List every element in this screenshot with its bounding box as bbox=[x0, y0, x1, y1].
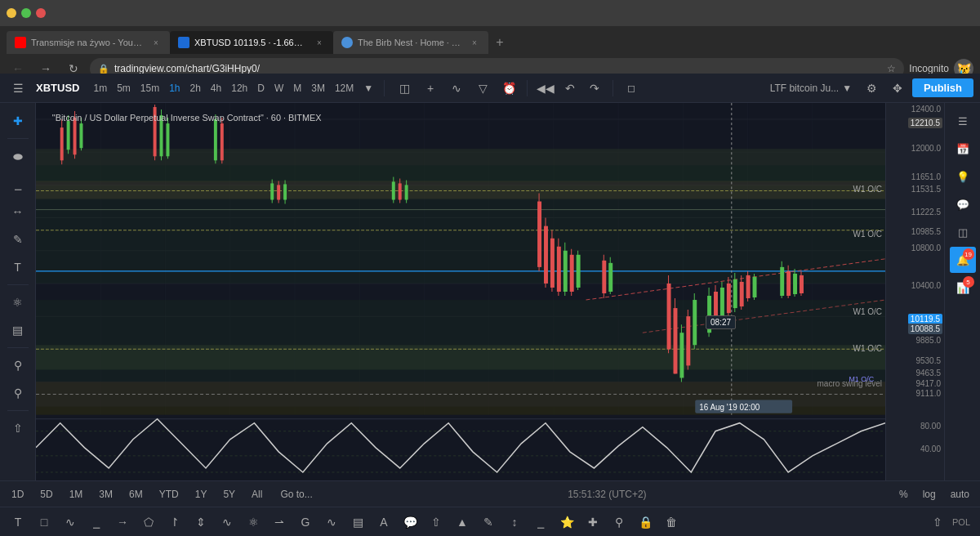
tf-4h[interactable]: 4h bbox=[207, 81, 225, 96]
fullscreen-icon[interactable]: ✥ bbox=[886, 77, 909, 100]
poly-draw-icon[interactable]: ⬠ bbox=[137, 511, 160, 534]
data-window-icon[interactable]: ◫ bbox=[950, 219, 976, 245]
tf-12m[interactable]: 12M bbox=[331, 81, 358, 96]
gann-draw-icon[interactable]: G bbox=[294, 511, 317, 534]
alert-icon[interactable]: 🔔 19 bbox=[950, 247, 976, 273]
tab-birb[interactable]: The Birb Nest · Home · The Birb... × bbox=[333, 31, 488, 54]
up-arrow-draw-icon[interactable]: ⇧ bbox=[425, 511, 448, 534]
watchlist-icon[interactable]: ☰ bbox=[950, 108, 976, 134]
symbol-label[interactable]: XBTUSD bbox=[36, 82, 79, 94]
settings-icon[interactable]: ⚙ bbox=[860, 77, 883, 100]
fib2-draw-icon[interactable]: ⚛ bbox=[242, 511, 265, 534]
tf-ytd-btn[interactable]: YTD bbox=[154, 487, 184, 502]
channel-draw-icon[interactable]: ⇕ bbox=[189, 511, 212, 534]
pattern-icon[interactable]: ▤ bbox=[5, 317, 31, 343]
bookmark-star-icon[interactable]: ☆ bbox=[887, 63, 896, 74]
line-draw-icon[interactable]: ⎯ bbox=[85, 511, 108, 534]
tf-5y-btn[interactable]: 5Y bbox=[218, 487, 240, 502]
tf-6m-btn[interactable]: 6M bbox=[124, 487, 148, 502]
expand-icon[interactable]: ⇧ bbox=[926, 511, 949, 534]
xabcd-draw-icon[interactable]: ▲ bbox=[451, 511, 474, 534]
ideas-icon[interactable]: 💡 bbox=[950, 163, 976, 190]
percent-btn[interactable]: % bbox=[895, 487, 912, 502]
bar-chart-icon[interactable]: ◫ bbox=[393, 77, 416, 100]
tf-3m[interactable]: 3M bbox=[307, 81, 329, 96]
ltf-dropdown[interactable]: LTF bitcoin Ju... ▼ bbox=[765, 81, 857, 96]
hamburger-menu[interactable]: ☰ bbox=[7, 77, 29, 100]
fib-icon[interactable]: ⚛ bbox=[5, 289, 31, 315]
line-tool-icon[interactable]: ⎯ bbox=[5, 171, 31, 197]
rect-draw-icon[interactable]: □ bbox=[33, 511, 56, 534]
tf-5m[interactable]: 5m bbox=[113, 81, 135, 96]
tf-1y-btn[interactable]: 1Y bbox=[190, 487, 212, 502]
label-draw-icon[interactable]: A bbox=[372, 511, 395, 534]
tf-m[interactable]: M bbox=[289, 81, 305, 96]
new-tab-button[interactable]: + bbox=[488, 31, 511, 54]
replay-icon[interactable]: ◀◀ bbox=[534, 77, 557, 100]
ray-draw-icon[interactable]: → bbox=[111, 511, 134, 534]
chart-area[interactable]: "Bitcoin / US Dollar Perpetual Inverse S… bbox=[36, 103, 944, 480]
alerts-icon[interactable]: ⏰ bbox=[497, 77, 520, 100]
cursor2-icon[interactable]: ⭐ bbox=[555, 511, 578, 534]
compare-icon[interactable]: ∿ bbox=[445, 77, 468, 100]
magnet2-icon[interactable]: ⚲ bbox=[608, 511, 630, 534]
tab-birb-close[interactable]: × bbox=[469, 37, 480, 48]
auto-btn[interactable]: auto bbox=[947, 487, 973, 502]
horizontal-line-icon[interactable]: ↔ bbox=[5, 199, 31, 225]
tf-expand[interactable]: ▼ bbox=[359, 81, 377, 96]
magnet-icon[interactable]: ⚲ bbox=[5, 380, 31, 406]
calendar-icon[interactable]: 📅 bbox=[950, 136, 976, 162]
hotlist-icon[interactable]: 📊 5 bbox=[950, 275, 976, 301]
zoom-in-icon[interactable]: ⚲ bbox=[5, 352, 31, 378]
minimize-button[interactable] bbox=[7, 8, 16, 18]
curve-draw-icon[interactable]: ∿ bbox=[59, 511, 82, 534]
text-tool-icon[interactable]: T bbox=[5, 254, 31, 280]
youtube-favicon bbox=[15, 37, 26, 48]
price-range-icon[interactable]: ↕ bbox=[503, 511, 526, 534]
tf-3m-btn[interactable]: 3M bbox=[94, 487, 118, 502]
tf-12h[interactable]: 12h bbox=[227, 81, 252, 96]
tab-tv-close[interactable]: × bbox=[314, 37, 325, 48]
tf-1m-btn[interactable]: 1M bbox=[65, 487, 88, 502]
tab-tradingview[interactable]: XBTUSD 10119.5 · -1.66% LTF b... × bbox=[170, 31, 333, 54]
lock-draw-icon[interactable]: 🔒 bbox=[634, 511, 657, 534]
close-button[interactable] bbox=[36, 8, 46, 18]
arc-draw-icon[interactable]: ↾ bbox=[163, 511, 186, 534]
tf-15m[interactable]: 15m bbox=[136, 81, 163, 96]
tf-w[interactable]: W bbox=[270, 81, 287, 96]
wave-draw-icon[interactable]: ∿ bbox=[216, 511, 238, 534]
maximize-button[interactable] bbox=[21, 8, 31, 18]
balloon-draw-icon[interactable]: 💬 bbox=[399, 511, 421, 534]
tf-all-btn[interactable]: All bbox=[247, 487, 267, 502]
tf-1m[interactable]: 1m bbox=[89, 81, 111, 96]
log-btn[interactable]: log bbox=[919, 487, 940, 502]
publish-button[interactable]: Publish bbox=[912, 78, 973, 97]
undo-icon[interactable]: ↶ bbox=[559, 77, 581, 100]
indicators-icon[interactable]: ▽ bbox=[471, 77, 494, 100]
fork-draw-icon[interactable]: ⇀ bbox=[268, 511, 291, 534]
crosshair2-icon[interactable]: ✚ bbox=[581, 511, 604, 534]
tab-youtube-close[interactable]: × bbox=[150, 37, 162, 48]
crosshair-icon[interactable]: ⬬ bbox=[5, 143, 31, 169]
chat-icon[interactable]: 💬 bbox=[950, 191, 976, 217]
elwave-draw-icon[interactable]: ∿ bbox=[320, 511, 343, 534]
pattern2-draw-icon[interactable]: ▤ bbox=[346, 511, 369, 534]
add-indicator-icon[interactable]: + bbox=[419, 77, 442, 100]
tf-5d-btn[interactable]: 5D bbox=[35, 487, 57, 502]
tab-youtube[interactable]: Transmisje na żywo - YouTube St... × bbox=[7, 31, 170, 54]
cursor-icon[interactable]: ✚ bbox=[5, 108, 31, 134]
tf-2h[interactable]: 2h bbox=[186, 81, 205, 96]
chart-type-icon[interactable]: ◻ bbox=[620, 77, 643, 100]
trash-icon[interactable]: 🗑 bbox=[660, 511, 683, 534]
text-draw-icon[interactable]: T bbox=[7, 511, 29, 534]
ruler-icon[interactable]: ⎯ bbox=[529, 511, 552, 534]
goto-button[interactable]: Go to... bbox=[274, 487, 318, 502]
pencil-icon[interactable]: ✎ bbox=[5, 226, 31, 252]
hotlist-badge: 5 bbox=[963, 276, 974, 288]
redo-icon[interactable]: ↷ bbox=[583, 77, 606, 100]
tf-1h[interactable]: 1h bbox=[165, 81, 184, 96]
brush-draw-icon[interactable]: ✎ bbox=[477, 511, 500, 534]
arrow-up-icon[interactable]: ⇧ bbox=[5, 415, 31, 441]
tf-d[interactable]: D bbox=[253, 81, 269, 96]
tf-1d-btn[interactable]: 1D bbox=[7, 487, 29, 502]
